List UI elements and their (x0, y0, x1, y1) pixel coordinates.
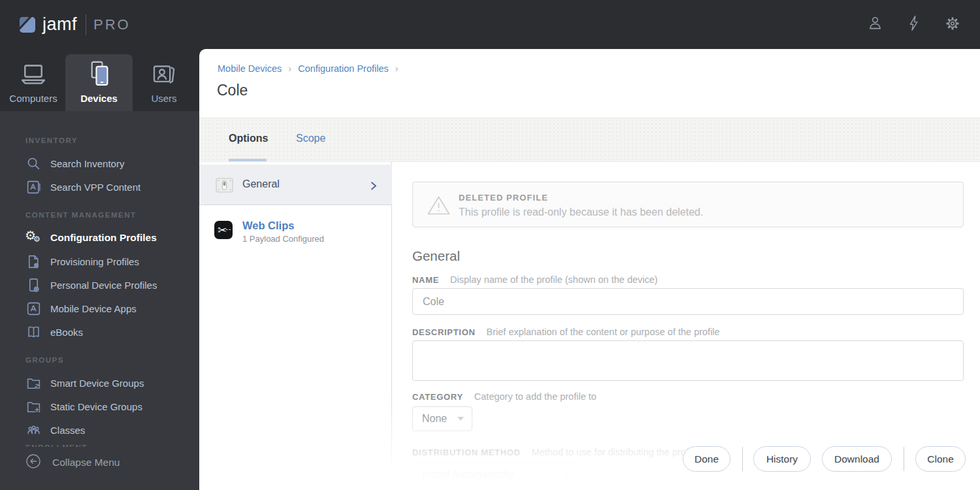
sidebar-item-mobile-device-apps[interactable]: Mobile Device Apps (0, 297, 199, 320)
folder-sync-icon (25, 374, 42, 391)
search-icon (25, 155, 42, 172)
brand-suffix: PRO (93, 16, 131, 33)
chevron-down-icon (564, 473, 570, 477)
open-book-icon (25, 323, 42, 340)
form-section-title: General (412, 248, 460, 264)
jamf-pro-app: jamf PRO (0, 0, 980, 490)
payload-title-general: General (242, 178, 280, 190)
document-gear-icon (25, 253, 42, 270)
sidebar-section-content-management: CONTENT MANAGEMENT (25, 211, 199, 220)
name-input[interactable] (412, 288, 964, 315)
category-help: Category to add the profile to (474, 391, 596, 402)
download-button[interactable]: Download (822, 446, 892, 472)
sidebar-item-search-vpp-content[interactable]: Search VPP Content (0, 175, 199, 199)
collapse-menu-button[interactable]: Collapse Menu (0, 447, 199, 472)
general-form: DELETED PROFILE This profile is read-onl… (392, 162, 980, 490)
brand-name: jamf (42, 14, 77, 35)
breadcrumb: Mobile Devices › Configuration Profiles … (218, 63, 399, 74)
mobile-devices-icon (88, 60, 110, 90)
description-label: DESCRIPTIONBrief explanation of the cont… (412, 327, 720, 337)
nav-label-devices: Devices (80, 93, 118, 104)
name-help: Display name of the profile (shown on th… (450, 274, 658, 285)
sidebar-footer: Collapse Menu (0, 447, 199, 490)
options-content: General ✂ Web Clips 1 Payload Configured (199, 162, 980, 490)
payload-item-general[interactable]: General (199, 165, 392, 205)
sidebar-item-configuration-profiles[interactable]: ⚙⚙ Configuration Profiles (0, 226, 199, 250)
sidebar-item-static-device-groups[interactable]: Static Device Groups (0, 395, 199, 418)
banner-message: This profile is read-only because it has… (459, 206, 703, 218)
active-tab-underline (229, 159, 267, 161)
payload-subtitle-web-clips: 1 Payload Configured (242, 234, 324, 244)
done-button[interactable]: Done (683, 446, 730, 472)
clone-button[interactable]: Clone (915, 446, 966, 472)
sidebar-item-search-inventory[interactable]: Search Inventory (0, 152, 199, 175)
app-store-icon (25, 178, 42, 195)
jamf-logo[interactable]: jamf PRO (18, 0, 131, 49)
category-select[interactable]: None (412, 406, 472, 431)
people-icon (25, 421, 42, 438)
action-divider (904, 447, 904, 471)
laptop-icon (18, 61, 48, 90)
payload-list: General ✂ Web Clips 1 Payload Configured (199, 162, 392, 490)
sidebar-item-personal-device-profiles[interactable]: Personal Device Profiles (0, 273, 199, 297)
sidebar-section-groups: GROUPS (25, 356, 199, 365)
gear-icon[interactable] (943, 14, 962, 35)
folder-plus-icon (25, 398, 42, 415)
chevron-down-icon (457, 417, 464, 421)
nav-label-computers: Computers (9, 93, 57, 104)
breadcrumb-separator: › (288, 63, 291, 74)
tab-strip: Options Scope (199, 118, 980, 162)
primary-nav: Computers Devices Users (0, 54, 199, 111)
tab-options[interactable]: Options (229, 133, 268, 144)
top-bar: jamf PRO (0, 0, 980, 49)
description-textarea[interactable] (412, 340, 964, 381)
sidebar-item-provisioning-profiles[interactable]: Provisioning Profiles (0, 250, 199, 273)
action-divider (742, 447, 743, 471)
name-label: NAMEDisplay name of the profile (shown o… (412, 274, 658, 285)
logo-divider (86, 14, 86, 35)
sidebar-item-ebooks[interactable]: eBooks (0, 320, 199, 344)
breadcrumb-mobile-devices[interactable]: Mobile Devices (218, 63, 282, 74)
users-card-icon (150, 61, 178, 90)
user-icon[interactable] (866, 14, 884, 35)
phone-gear-icon (25, 276, 42, 293)
banner-title: DELETED PROFILE (459, 193, 548, 203)
deleted-profile-banner: DELETED PROFILE This profile is read-onl… (412, 182, 964, 227)
action-bar: Done History Download Clone (199, 446, 980, 472)
jamf-logo-icon (18, 16, 37, 34)
sidebar-section-inventory: INVENTORY (25, 137, 199, 146)
warning-triangle-icon (427, 195, 451, 219)
description-help: Brief explanation of the content or purp… (487, 327, 720, 337)
arrow-left-circle-icon (25, 453, 42, 472)
nav-tab-devices[interactable]: Devices (65, 54, 133, 111)
lightning-icon[interactable] (906, 14, 922, 35)
payload-item-web-clips[interactable]: ✂ Web Clips 1 Payload Configured (199, 205, 391, 260)
nav-label-users: Users (151, 93, 176, 104)
switch-plate-icon (216, 176, 233, 197)
category-label: CATEGORYCategory to add the profile to (412, 391, 596, 402)
sidebar: INVENTORY Search Inventory Se (0, 111, 199, 490)
sidebar-item-classes[interactable]: Classes (0, 418, 199, 442)
breadcrumb-configuration-profiles[interactable]: Configuration Profiles (298, 63, 389, 74)
payload-title-web-clips: Web Clips (242, 220, 294, 232)
app-store-icon (25, 300, 42, 317)
history-button[interactable]: History (753, 446, 811, 472)
nav-tab-users[interactable]: Users (135, 54, 193, 111)
gears-icon: ⚙⚙ (25, 229, 42, 246)
tab-scope[interactable]: Scope (296, 133, 325, 144)
chevron-right-icon (368, 180, 378, 194)
web-clips-icon: ✂ (214, 221, 233, 239)
nav-tab-computers[interactable]: Computers (3, 54, 63, 111)
page-title: Cole (217, 82, 248, 99)
breadcrumb-separator: › (395, 63, 399, 74)
sidebar-item-smart-device-groups[interactable]: Smart Device Groups (0, 371, 199, 395)
main-panel: Mobile Devices › Configuration Profiles … (199, 49, 980, 490)
